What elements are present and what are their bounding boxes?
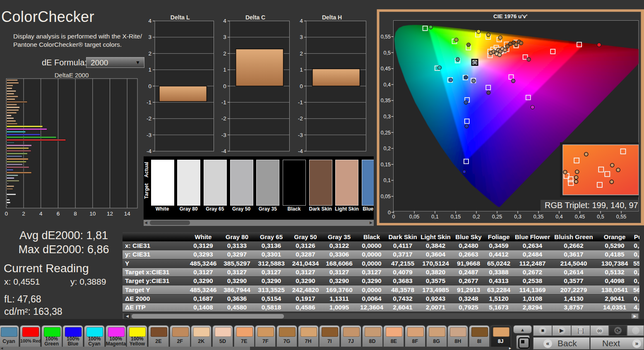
svg-text:0,25: 0,25 <box>492 214 502 220</box>
svg-text:-4: -4 <box>298 148 303 154</box>
svg-text:0,45: 0,45 <box>575 214 585 220</box>
svg-text:-1: -1 <box>221 99 226 105</box>
svg-text:1: 1 <box>300 67 303 73</box>
svg-text:Delta H: Delta H <box>322 14 342 21</box>
svg-text:8: 8 <box>74 211 77 217</box>
svg-text:0,35: 0,35 <box>381 98 391 103</box>
svg-text:0,4: 0,4 <box>384 82 391 88</box>
svg-text:0,55: 0,55 <box>616 214 626 220</box>
svg-text:0,4: 0,4 <box>555 214 562 220</box>
svg-text:3: 3 <box>223 34 226 40</box>
svg-text:0,3: 0,3 <box>514 214 521 220</box>
svg-text:0: 0 <box>388 210 391 216</box>
svg-text:4: 4 <box>223 18 226 24</box>
svg-text:3: 3 <box>148 34 151 40</box>
svg-text:0,1: 0,1 <box>384 177 391 183</box>
svg-text:0,2: 0,2 <box>473 214 480 220</box>
svg-text:0,5: 0,5 <box>597 214 604 220</box>
svg-text:0,1: 0,1 <box>431 214 438 220</box>
svg-text:1: 1 <box>223 67 226 73</box>
svg-text:0: 0 <box>148 83 151 89</box>
svg-text:2: 2 <box>300 50 303 57</box>
svg-text:0,45: 0,45 <box>381 66 391 72</box>
svg-text:-3: -3 <box>298 132 303 138</box>
svg-text:Delta L: Delta L <box>171 14 190 21</box>
svg-text:CIE 1976 u'v': CIE 1976 u'v' <box>493 13 527 19</box>
svg-text:0,15: 0,15 <box>451 214 461 220</box>
svg-text:4: 4 <box>300 18 303 24</box>
svg-text:-4: -4 <box>147 148 151 154</box>
svg-text:3: 3 <box>300 34 303 40</box>
svg-text:0,55: 0,55 <box>381 34 391 40</box>
svg-text:0,3: 0,3 <box>384 114 391 120</box>
svg-text:-2: -2 <box>298 115 303 122</box>
svg-text:0: 0 <box>5 211 8 217</box>
svg-text:0,35: 0,35 <box>533 214 543 220</box>
svg-text:DeltaE 2000: DeltaE 2000 <box>55 72 89 79</box>
svg-text:-4: -4 <box>221 148 226 154</box>
svg-text:0: 0 <box>223 83 226 89</box>
svg-text:2: 2 <box>22 211 25 217</box>
svg-text:-1: -1 <box>298 99 303 105</box>
svg-text:0,2: 0,2 <box>384 146 391 151</box>
svg-text:1: 1 <box>148 67 151 73</box>
svg-text:-1: -1 <box>147 99 151 105</box>
svg-text:-3: -3 <box>221 132 226 138</box>
svg-text:0,05: 0,05 <box>409 214 419 220</box>
svg-text:Delta C: Delta C <box>245 14 265 21</box>
svg-text:0: 0 <box>300 83 303 89</box>
svg-text:6: 6 <box>57 211 60 217</box>
svg-text:14: 14 <box>124 211 131 217</box>
svg-text:-2: -2 <box>147 115 151 122</box>
svg-text:0,5: 0,5 <box>384 50 391 56</box>
svg-text:12: 12 <box>107 211 113 217</box>
svg-text:0,05: 0,05 <box>381 194 391 199</box>
svg-text:RGB Triplet: 199, 140, 97: RGB Triplet: 199, 140, 97 <box>545 201 638 210</box>
svg-text:-3: -3 <box>147 132 151 138</box>
svg-text:0,15: 0,15 <box>381 162 391 168</box>
svg-text:4: 4 <box>148 18 151 24</box>
svg-text:10: 10 <box>89 211 96 217</box>
svg-text:4: 4 <box>39 211 43 217</box>
svg-text:0,25: 0,25 <box>381 130 391 136</box>
svg-text:2: 2 <box>223 50 226 57</box>
svg-text:0: 0 <box>392 214 395 220</box>
svg-text:2: 2 <box>148 50 151 57</box>
svg-text:-2: -2 <box>221 115 226 122</box>
